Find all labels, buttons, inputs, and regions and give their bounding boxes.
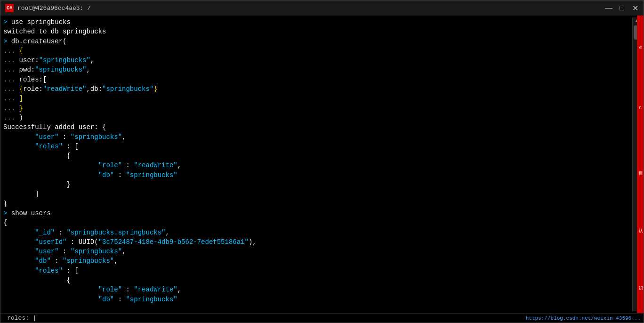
line-12: Successfully added user: { [3, 122, 632, 132]
line-28: { [3, 275, 632, 285]
sidebar-g-icon[interactable]: G [638, 46, 643, 48]
line-16: "role" : "readWrite", [3, 161, 632, 170]
line-11: ... ) [3, 113, 632, 122]
app-icon: C# [5, 4, 14, 12]
line-29: "role" : "readWrite", [3, 285, 632, 294]
minimize-button[interactable]: — [605, 4, 612, 12]
line-22: { [3, 218, 632, 227]
maximize-button[interactable]: □ [618, 4, 626, 12]
window-controls: — □ ✕ [605, 4, 639, 12]
terminal-content: > use springbucks switched to db springb… [3, 17, 632, 311]
line-24: "userId" : UUID("3c752487-418e-4db9-b562… [3, 237, 632, 247]
line-2: switched to db springbucks [3, 27, 632, 36]
line-8: ... {role:"readWrite",db:"springbucks"} [3, 84, 632, 94]
line-27: "roles" : [ [3, 266, 632, 275]
line-3: > db.createUser( [3, 37, 632, 46]
line-15: { [3, 151, 632, 161]
line-6: ... pwd:"springbucks", [3, 65, 632, 74]
line-5: ... user:"springbucks", [3, 56, 632, 65]
status-link[interactable]: https://blog.csdn.net/weixin_43596... [526, 315, 641, 321]
title-bar: C# root@426a96cc4ae3: / — □ ✕ [0, 0, 644, 16]
line-17: "db" : "springbucks" [3, 170, 632, 180]
terminal-body[interactable]: > use springbucks switched to db springb… [0, 16, 644, 313]
line-30: "db" : "springbucks" [3, 295, 632, 304]
terminal-window: C# root@426a96cc4ae3: / — □ ✕ > use spri… [0, 0, 644, 323]
line-21: > show users [3, 209, 632, 218]
line-13: "user" : "springbucks", [3, 132, 632, 142]
line-19: ] [3, 189, 632, 199]
sidebar-c-icon[interactable]: C [639, 106, 641, 111]
line-14: "roles" : [ [3, 142, 632, 151]
bottom-bar: roles: | https://blog.csdn.net/weixin_43… [0, 313, 644, 323]
csdn-sidebar[interactable]: G C 目 认 识 [637, 16, 644, 313]
window-title: root@426a96cc4ae3: / [17, 5, 605, 12]
line-25: "user" : "springbucks", [3, 247, 632, 256]
line-1: > use springbucks [3, 17, 632, 27]
line-20: } [3, 199, 632, 209]
close-button[interactable]: ✕ [631, 4, 639, 12]
line-9: ... ] [3, 94, 632, 103]
bottom-roles-text: roles: | [7, 315, 36, 322]
line-10: ... } [3, 104, 632, 113]
line-18: } [3, 180, 632, 189]
line-26: "db" : "springbucks", [3, 256, 632, 266]
line-23: "_id" : "springbucks.springbucks", [3, 228, 632, 237]
line-7: ... roles:[ [3, 75, 632, 84]
line-4: ... { [3, 46, 632, 56]
